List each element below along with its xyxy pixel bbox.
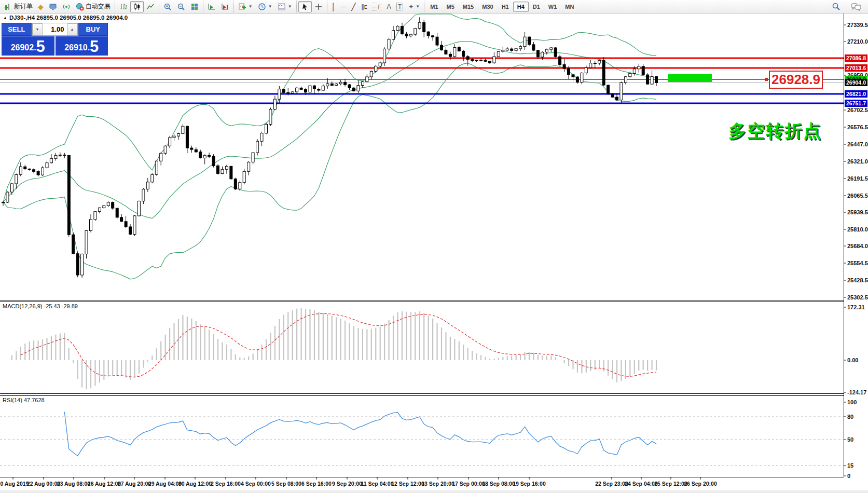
volume-input[interactable] xyxy=(43,23,67,35)
clock-icon xyxy=(258,3,266,11)
timeframe-button-m1[interactable]: M1 xyxy=(426,2,442,12)
timeframe-button-w1[interactable]: W1 xyxy=(544,2,561,12)
sell-price-button[interactable]: 26902.5 xyxy=(2,36,54,56)
line-chart-button[interactable] xyxy=(144,1,157,12)
zoom-out-button[interactable] xyxy=(174,1,188,12)
time-tick-label[interactable]: 26 Aug 12:00 xyxy=(88,481,121,487)
time-tick-label[interactable]: 18 Sep 08:00 xyxy=(482,481,515,487)
price-tick-label: 26321.0 xyxy=(847,158,868,165)
arrows-caret: ▼ xyxy=(416,4,420,9)
time-tick-label[interactable]: 20 Aug 2019 xyxy=(0,481,29,487)
market-watch-button[interactable]: ◆ xyxy=(35,2,46,12)
templates-button[interactable]: ▼ xyxy=(275,1,295,12)
channel-button[interactable]: ∥ᴇ xyxy=(359,2,370,12)
candle-body xyxy=(24,167,26,169)
timeframe-button-m15[interactable]: M15 xyxy=(459,2,478,12)
time-tick-label[interactable]: 22 Aug 00:00 xyxy=(27,481,61,487)
time-tick-label[interactable]: 5 Sep 08:00 xyxy=(271,481,301,487)
candle-body xyxy=(594,63,596,64)
candle-body xyxy=(50,158,52,162)
time-tick-label[interactable]: 4 Sep 00:00 xyxy=(241,481,271,487)
time-tick-label[interactable]: 11 Sep 04:00 xyxy=(361,481,393,487)
arrows-button[interactable]: ✦▼ xyxy=(406,2,422,12)
tile-windows-button[interactable] xyxy=(188,1,201,12)
candle-body xyxy=(326,84,329,86)
time-tick-label[interactable]: 23 Aug 08:00 xyxy=(57,481,91,487)
trendline-button[interactable]: ╱ xyxy=(349,2,358,12)
candle-body xyxy=(269,109,272,125)
volume-down-button[interactable]: ▼ xyxy=(33,23,43,35)
signals-button[interactable] xyxy=(60,1,73,12)
time-tick-label[interactable]: 27 Aug 20:00 xyxy=(118,481,151,487)
turning-point-annotation[interactable]: 多空转折点 xyxy=(728,119,822,143)
time-tick-label[interactable]: 26 Sep 20:00 xyxy=(684,481,717,487)
volume-up-button[interactable]: ▲ xyxy=(67,23,77,35)
add-indicator-icon xyxy=(238,3,246,11)
crosshair-button[interactable] xyxy=(312,1,325,12)
timeframe-button-m5[interactable]: M5 xyxy=(443,2,459,12)
candle-body xyxy=(638,66,640,69)
time-tick-label[interactable]: 9 Sep 20:00 xyxy=(332,481,362,487)
candle-body xyxy=(471,60,474,61)
price-tick-label: 26447.0 xyxy=(847,141,868,147)
timeframe-button-h1[interactable]: H1 xyxy=(498,2,513,12)
add-indicator-button[interactable]: ▼ xyxy=(236,1,255,12)
text-button[interactable]: A xyxy=(384,2,394,12)
candle-body xyxy=(190,148,193,149)
time-tick-label[interactable]: 24 Sep 04:00 xyxy=(625,481,658,487)
fibonacci-button[interactable]: ⋯F xyxy=(370,1,384,12)
candle-body xyxy=(392,31,395,39)
chart-collapse-marker[interactable]: ▲ xyxy=(3,16,7,20)
candle-body xyxy=(265,125,268,133)
candle-body xyxy=(173,136,175,138)
search-button[interactable] xyxy=(829,1,843,12)
time-tick-label[interactable]: 22 Sep 23:00 xyxy=(595,481,628,487)
timeframe-button-mn[interactable]: MN xyxy=(561,2,578,12)
text-label-button[interactable]: T xyxy=(394,1,406,12)
time-tick-label[interactable]: 2 Sep 16:00 xyxy=(211,481,241,487)
cursor-button[interactable] xyxy=(298,1,312,12)
candlestick-chart-button[interactable] xyxy=(130,1,144,12)
buy-button[interactable]: BUY xyxy=(78,23,108,36)
level-line-handle[interactable] xyxy=(765,78,768,81)
time-tick-label[interactable]: 13 Sep 20:00 xyxy=(421,481,454,487)
timeframe-button-h4[interactable]: H4 xyxy=(513,2,529,12)
timeframe-button-d1[interactable]: D1 xyxy=(529,2,544,12)
time-tick-label[interactable]: 12 Sep 12:00 xyxy=(391,481,424,487)
time-tick-label[interactable]: 25 Sep 12:00 xyxy=(654,481,687,487)
autotrading-button[interactable]: 自动交易 xyxy=(73,1,113,12)
candle-body xyxy=(212,156,215,166)
chart-shift-button[interactable] xyxy=(218,1,232,12)
time-tick-label[interactable]: 6 Sep 16:00 xyxy=(301,481,332,487)
bar-chart-button[interactable] xyxy=(117,1,130,12)
toolbar-group-cursor xyxy=(296,0,327,13)
rsi-line xyxy=(64,412,656,456)
auto-scroll-button[interactable] xyxy=(205,1,218,12)
price-callout-label[interactable]: 26928.9 xyxy=(769,71,823,89)
timeframe-button-m30[interactable]: M30 xyxy=(478,2,497,12)
rsi-label: RSI(14) 47.7628 xyxy=(3,397,45,403)
time-tick-label[interactable]: 29 Aug 04:00 xyxy=(148,481,182,487)
candle-body xyxy=(318,89,320,90)
sell-button[interactable]: SELL xyxy=(2,23,32,36)
candle-body xyxy=(541,52,544,57)
time-tick-label[interactable]: 17 Sep 00:00 xyxy=(452,481,485,487)
chat-button[interactable] xyxy=(848,1,864,12)
highlight-box[interactable] xyxy=(668,74,712,82)
vertical-line-button[interactable]: │ xyxy=(329,2,339,12)
zoom-in-icon xyxy=(163,3,172,11)
new-order-button[interactable]: 新订单 xyxy=(2,1,35,12)
candle-body xyxy=(563,64,566,69)
buy-price-button[interactable]: 26910.5 xyxy=(56,36,108,56)
periods-button[interactable]: ▼ xyxy=(255,1,275,12)
horizontal-line-button[interactable]: ─ xyxy=(338,2,349,12)
autotrading-label: 自动交易 xyxy=(86,2,111,11)
chart-canvas[interactable]: 27339.527210.026958.026702.526576.526447… xyxy=(0,0,868,493)
candle-body xyxy=(120,217,123,222)
terminal-button[interactable] xyxy=(46,1,60,12)
candle-body xyxy=(401,26,403,34)
time-tick-label[interactable]: 30 Aug 12:00 xyxy=(178,481,212,487)
zoom-in-button[interactable] xyxy=(161,1,174,12)
candle-body xyxy=(112,202,114,208)
time-tick-label[interactable]: 19 Sep 16:00 xyxy=(513,481,546,487)
